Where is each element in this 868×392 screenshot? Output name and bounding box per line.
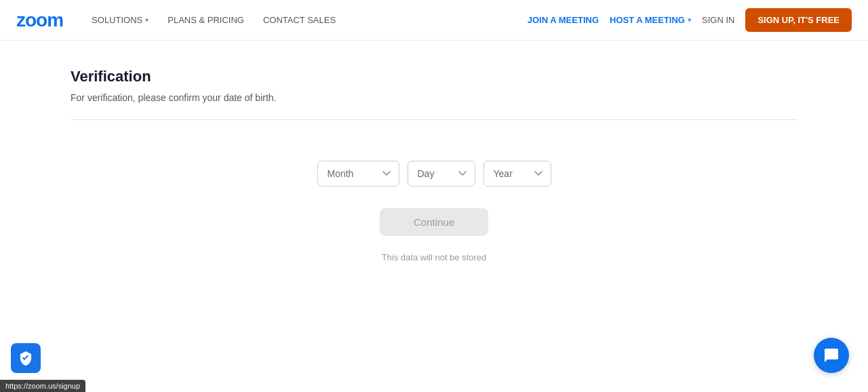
nav-sign-in[interactable]: SIGN IN	[702, 15, 734, 25]
nav-solutions-label: SOLUTIONS	[92, 15, 142, 25]
month-select[interactable]: Month January February March April May J…	[317, 161, 399, 187]
navbar: zoom SOLUTIONS ▾ PLANS & PRICING CONTACT…	[0, 0, 868, 41]
chevron-down-icon: ▾	[688, 16, 691, 24]
nav-host-meeting[interactable]: HOST A MEETING ▾	[610, 15, 691, 25]
continue-btn-wrap: Continue	[71, 208, 797, 236]
chevron-down-icon: ▾	[145, 16, 149, 24]
section-divider	[71, 119, 797, 120]
year-select[interactable]: Year for(let y=new Date().getFullYear();…	[484, 161, 551, 187]
nav-solutions[interactable]: SOLUTIONS ▾	[85, 11, 155, 29]
nav-left: SOLUTIONS ▾ PLANS & PRICING CONTACT SALE…	[85, 11, 528, 29]
nav-plans-label: PLANS & PRICING	[167, 15, 244, 25]
continue-button[interactable]: Continue	[380, 208, 488, 236]
nav-right: JOIN A MEETING HOST A MEETING ▾ SIGN IN …	[528, 8, 852, 32]
nav-host-label: HOST A MEETING	[610, 15, 685, 25]
data-note: This data will not be stored	[71, 252, 797, 262]
main-content: Verification For verification, please co…	[27, 41, 841, 290]
verification-subtitle: For verification, please confirm your da…	[71, 92, 797, 103]
signup-button[interactable]: SIGN UP, IT'S FREE	[745, 8, 852, 32]
nav-join-meeting[interactable]: JOIN A MEETING	[528, 15, 599, 25]
date-selects: Month January February March April May J…	[71, 161, 797, 187]
nav-plans-pricing[interactable]: PLANS & PRICING	[161, 11, 251, 29]
brand-logo[interactable]: zoom	[16, 9, 63, 31]
day-select[interactable]: Day for(let i=1;i<=31;i++) document.writ…	[408, 161, 475, 187]
nav-contact-sales[interactable]: CONTACT SALES	[256, 11, 342, 29]
nav-contact-label: CONTACT SALES	[263, 15, 336, 25]
verification-title: Verification	[71, 68, 797, 85]
